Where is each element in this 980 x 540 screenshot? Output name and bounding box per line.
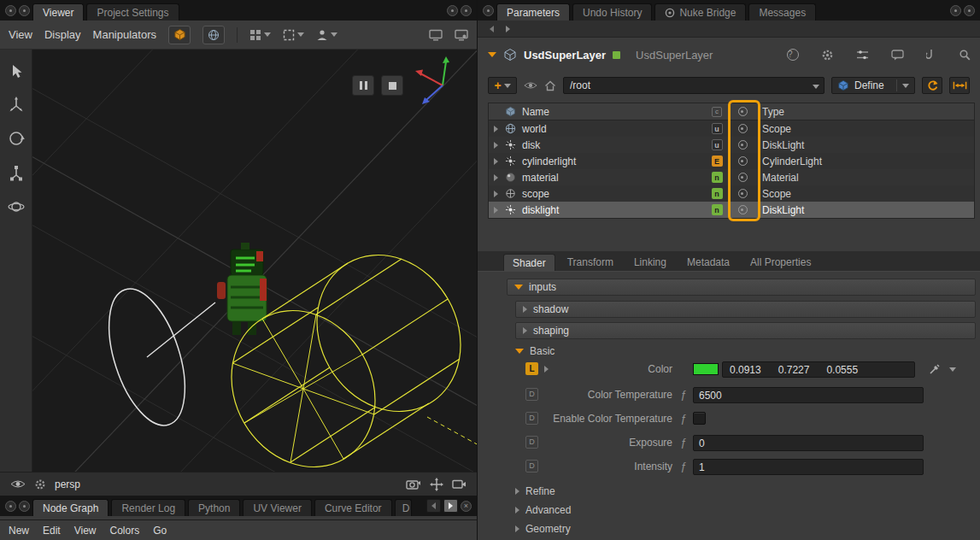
menu-view[interactable]: View <box>74 525 97 537</box>
chat-icon[interactable] <box>891 50 904 61</box>
tab-node-graph[interactable]: Node Graph <box>32 499 109 516</box>
select-tool[interactable] <box>9 63 24 79</box>
reload-icon[interactable] <box>922 77 942 94</box>
section-inputs[interactable]: inputs <box>507 279 976 296</box>
translate-tool[interactable] <box>8 96 25 113</box>
prim-name[interactable]: cylinderlight <box>518 156 706 167</box>
add-prim-button[interactable]: + <box>488 77 517 94</box>
expand-icon[interactable] <box>494 191 498 197</box>
camera-selector[interactable]: persp <box>55 478 80 490</box>
default-value-badge[interactable]: D <box>525 436 538 449</box>
tab-undo-history[interactable]: Undo History <box>572 3 652 21</box>
monitor-capture-icon[interactable] <box>455 29 468 41</box>
menu-go[interactable]: Go <box>153 525 167 537</box>
expression-icon[interactable]: ƒ <box>680 436 686 449</box>
prim-name[interactable]: disk <box>518 139 706 151</box>
section-basic[interactable]: Basic <box>515 343 555 359</box>
color-temperature-input[interactable] <box>694 388 923 402</box>
activation-column-header[interactable] <box>728 107 757 116</box>
color-b-value[interactable]: 0.0555 <box>826 364 858 376</box>
rotate-tool[interactable] <box>8 130 25 147</box>
search-icon[interactable] <box>959 49 971 61</box>
activation-toggle[interactable] <box>728 205 757 214</box>
table-row[interactable]: world u Scope <box>489 120 974 137</box>
selection-mode-dropdown[interactable] <box>283 29 304 41</box>
expand-icon[interactable] <box>494 158 498 165</box>
menu-manipulators[interactable]: Manipulators <box>93 28 156 41</box>
scale-tool[interactable] <box>8 164 25 181</box>
pin-icon[interactable] <box>926 49 936 61</box>
panel-menu-icon[interactable] <box>483 5 494 16</box>
color-values-field[interactable]: 0.0913 0.7227 0.0555 <box>722 361 915 378</box>
section-advanced[interactable]: Advanced <box>515 502 571 518</box>
expand-icon[interactable] <box>494 174 498 181</box>
activation-toggle[interactable] <box>728 124 757 133</box>
color-swatch[interactable] <box>693 363 719 375</box>
menu-colors[interactable]: Colors <box>110 525 140 537</box>
forward-icon[interactable] <box>506 26 510 32</box>
home-icon[interactable] <box>544 80 556 91</box>
panel-lock-icon[interactable] <box>19 501 30 512</box>
expand-icon[interactable] <box>494 142 498 149</box>
tab-uv-viewer[interactable]: UV Viewer <box>243 499 311 516</box>
orbit-tool[interactable] <box>8 198 25 215</box>
tab-messages[interactable]: Messages <box>748 3 816 21</box>
activation-toggle[interactable] <box>728 173 757 182</box>
expression-icon[interactable]: ƒ <box>680 412 686 425</box>
tab-clipped[interactable]: D <box>395 499 412 516</box>
tab-all-properties[interactable]: All Properties <box>742 254 819 271</box>
gear-icon[interactable] <box>821 49 834 62</box>
menu-new[interactable]: New <box>9 525 29 537</box>
collapse-node-icon[interactable] <box>488 52 496 57</box>
menu-display[interactable]: Display <box>44 28 81 41</box>
layer-view-dropdown[interactable] <box>249 29 271 41</box>
prim-path-input[interactable] <box>564 78 824 93</box>
enable-color-temperature-checkbox[interactable] <box>693 412 706 425</box>
eye-icon[interactable] <box>524 81 537 90</box>
expression-icon[interactable]: ƒ <box>680 460 686 472</box>
default-value-badge[interactable]: D <box>525 460 538 472</box>
section-refine[interactable]: Refine <box>515 484 555 499</box>
menu-edit[interactable]: Edit <box>43 525 61 537</box>
activation-toggle[interactable] <box>728 156 757 166</box>
snapshot-icon[interactable] <box>406 478 421 490</box>
camera-settings-gear-icon[interactable] <box>34 478 46 490</box>
tab-metadata[interactable]: Metadata <box>678 254 738 271</box>
3d-viewport[interactable] <box>32 50 477 472</box>
activation-toggle[interactable] <box>728 189 757 198</box>
section-shaping[interactable]: shaping <box>515 322 976 339</box>
float-panel-icon[interactable] <box>950 5 961 16</box>
close-panel-icon[interactable] <box>461 5 472 16</box>
table-row[interactable]: disk u DiskLight <box>489 137 974 153</box>
local-value-badge[interactable]: L <box>525 362 538 375</box>
scroll-tabs-left-button[interactable] <box>426 499 441 513</box>
tab-transform[interactable]: Transform <box>559 254 622 271</box>
prim-name[interactable]: material <box>518 172 706 184</box>
activation-toggle[interactable] <box>728 140 757 150</box>
tab-nuke-bridge[interactable]: Nuke Bridge <box>654 3 746 21</box>
section-shadow[interactable]: shadow <box>515 301 976 318</box>
eyedropper-icon[interactable] <box>929 363 941 375</box>
expand-icon[interactable] <box>494 207 498 214</box>
name-column-header[interactable]: Name <box>518 106 706 118</box>
monitor-out-icon[interactable] <box>429 29 443 41</box>
tab-project-settings[interactable]: Project Settings <box>86 3 179 21</box>
fit-width-icon[interactable] <box>949 77 970 94</box>
pause-button[interactable] <box>352 75 374 96</box>
table-row-selected[interactable]: disklight n DiskLight <box>489 202 974 218</box>
float-panel-icon[interactable] <box>447 5 458 16</box>
tab-linking[interactable]: Linking <box>625 254 675 271</box>
tab-python[interactable]: Python <box>188 499 240 516</box>
tab-render-log[interactable]: Render Log <box>111 499 185 516</box>
prim-name[interactable]: world <box>518 123 706 135</box>
define-dropdown[interactable]: Define <box>831 77 915 94</box>
close-panel-icon[interactable] <box>964 5 975 16</box>
expression-icon[interactable]: ƒ <box>680 388 686 401</box>
menu-view[interactable]: View <box>9 28 32 41</box>
stop-button[interactable] <box>381 75 403 96</box>
default-value-badge[interactable]: D <box>525 388 538 401</box>
camera-mode-dropdown[interactable] <box>316 29 337 41</box>
environment-toggle[interactable] <box>202 26 225 44</box>
panel-lock-icon[interactable] <box>19 5 30 16</box>
tab-viewer[interactable]: Viewer <box>32 3 84 21</box>
